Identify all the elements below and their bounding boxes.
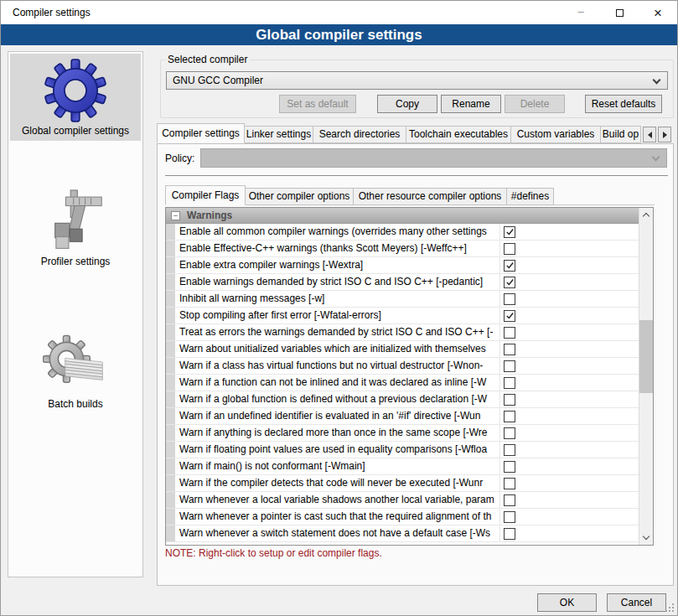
category-gutter — [166, 509, 175, 525]
titlebar[interactable]: Compiler settings – × — [1, 1, 677, 24]
sidebar-item-global-compiler-settings[interactable]: Global compiler settings — [10, 54, 141, 141]
tab-custom-variables[interactable]: Custom variables — [511, 126, 601, 143]
category-gutter — [166, 241, 175, 256]
flag-text: Warn whenever a pointer is cast such tha… — [175, 509, 500, 525]
category-gutter — [166, 458, 175, 474]
flag-row[interactable]: Enable Effective-C++ warnings (thanks Sc… — [166, 241, 639, 257]
subtab-strip: Compiler FlagsOther compiler optionsOthe… — [165, 185, 554, 205]
flag-row[interactable]: Warn about unitialized variables which a… — [166, 341, 639, 358]
flag-check-cell — [500, 391, 639, 407]
flag-checkbox[interactable] — [504, 444, 515, 456]
flag-checkbox[interactable] — [504, 277, 515, 288]
flag-checkbox[interactable] — [504, 461, 515, 473]
flag-checkbox[interactable] — [504, 260, 515, 272]
flag-check-cell — [500, 509, 639, 525]
close-button[interactable]: × — [639, 1, 677, 24]
triangle-right-icon — [663, 132, 667, 138]
flag-checkbox[interactable] — [504, 494, 515, 506]
flag-row[interactable]: Warn if an undefined identifier is evalu… — [166, 408, 639, 425]
flag-row[interactable]: Warn whenever a switch statement does no… — [166, 525, 639, 542]
tab-linker-settings[interactable]: Linker settings — [245, 126, 313, 143]
ok-button[interactable]: OK — [537, 593, 597, 612]
policy-label: Policy: — [165, 153, 194, 164]
scroll-up-button[interactable] — [639, 208, 653, 222]
flag-check-cell — [500, 291, 639, 307]
cancel-button[interactable]: Cancel — [607, 593, 666, 612]
subtab-other-resource-compiler-options[interactable]: Other resource compiler options — [354, 188, 507, 205]
flag-text: Inhibit all warning messages [-w] — [175, 291, 500, 307]
flag-row[interactable]: Warn if main() is not conformant [-Wmain… — [166, 458, 639, 475]
flag-row[interactable]: Warn whenever a local variable shadows a… — [166, 492, 639, 509]
flag-checkbox[interactable] — [504, 243, 515, 255]
flag-text: Stop compiling after first error [-Wfata… — [175, 308, 500, 324]
tab-build-op[interactable]: Build op — [601, 126, 641, 143]
flag-checkbox[interactable] — [504, 394, 515, 406]
resize-grip[interactable] — [665, 603, 674, 612]
minimize-button[interactable]: – — [562, 1, 600, 24]
flag-row[interactable]: Stop compiling after first error [-Wfata… — [166, 308, 639, 324]
flag-check-cell — [500, 341, 639, 357]
delete-button[interactable]: Delete — [505, 95, 565, 113]
flag-row[interactable]: Warn if a function can not be inlined an… — [166, 375, 639, 391]
flag-checkbox[interactable] — [504, 226, 515, 238]
flag-row[interactable]: Treat as errors the warnings demanded by… — [166, 324, 639, 341]
flag-text: Warn if a global function is defined wit… — [175, 391, 500, 407]
subtab-compiler-flags[interactable]: Compiler Flags — [165, 185, 246, 205]
flag-checkbox[interactable] — [504, 377, 515, 389]
flag-check-cell — [500, 257, 639, 273]
reset-defaults-button[interactable]: Reset defaults — [585, 95, 662, 113]
category-gutter — [166, 341, 175, 357]
subtab-defines[interactable]: #defines — [507, 188, 554, 205]
compiler-select[interactable]: GNU GCC Compiler — [166, 71, 668, 90]
maximize-button[interactable] — [600, 1, 639, 24]
compiler-settings-window: Compiler settings – × Global compiler se… — [0, 0, 678, 616]
flag-checkbox[interactable] — [504, 327, 515, 339]
tab-scroll-left-button[interactable] — [643, 127, 656, 142]
flag-row[interactable]: Warn if anything is declared more than o… — [166, 425, 639, 442]
flag-checkbox[interactable] — [504, 293, 515, 305]
subtab-other-compiler-options[interactable]: Other compiler options — [246, 188, 354, 205]
chevron-down-icon — [653, 76, 661, 85]
chevron-up-icon — [643, 213, 650, 220]
flag-checkbox[interactable] — [504, 411, 515, 422]
category-row-warnings[interactable]: − Warnings — [166, 208, 639, 224]
flag-row[interactable]: Warn if a global function is defined wit… — [166, 391, 639, 408]
flag-row[interactable]: Inhibit all warning messages [-w] — [166, 291, 639, 308]
flag-check-cell — [500, 492, 639, 508]
flag-text: Warn if a function can not be inlined an… — [175, 375, 500, 391]
tab-scroll-right-button[interactable] — [658, 127, 671, 142]
flag-row[interactable]: Enable all common compiler warnings (ove… — [166, 224, 639, 241]
policy-select[interactable] — [200, 148, 667, 168]
category-gutter — [166, 525, 175, 541]
flag-text: Enable all common compiler warnings (ove… — [175, 224, 500, 240]
sidebar-item-batch-builds[interactable]: Batch builds — [10, 327, 141, 421]
tab-toolchain-executables[interactable]: Toolchain executables — [406, 126, 511, 143]
rename-button[interactable]: Rename — [441, 95, 501, 113]
flag-row[interactable]: Warn whenever a pointer is cast such tha… — [166, 509, 639, 525]
list-scrollbar[interactable] — [639, 208, 653, 545]
category-gutter — [166, 274, 175, 290]
flag-checkbox[interactable] — [504, 427, 515, 439]
flag-checkbox[interactable] — [504, 478, 515, 489]
scroll-down-button[interactable] — [639, 531, 653, 545]
collapse-toggle[interactable]: − — [171, 211, 180, 220]
flag-checkbox[interactable] — [504, 344, 515, 355]
flag-check-cell — [500, 224, 639, 240]
flag-checkbox[interactable] — [504, 528, 515, 540]
category-gutter — [166, 358, 175, 374]
flag-row[interactable]: Warn if the compiler detects that code w… — [166, 475, 639, 492]
copy-button[interactable]: Copy — [377, 95, 437, 113]
flag-row[interactable]: Enable warnings demanded by strict ISO C… — [166, 274, 639, 291]
sidebar-item-profiler-settings[interactable]: Profiler settings — [10, 184, 141, 278]
tab-search-directories[interactable]: Search directories — [313, 126, 406, 143]
flag-checkbox[interactable] — [504, 360, 515, 372]
flag-checkbox[interactable] — [504, 310, 515, 322]
flag-row[interactable]: Warn if a class has virtual functions bu… — [166, 358, 639, 375]
set-as-default-button[interactable]: Set as default — [279, 95, 356, 113]
category-gutter — [166, 425, 175, 441]
flag-checkbox[interactable] — [504, 511, 515, 523]
flag-row[interactable]: Enable extra compiler warnings [-Wextra] — [166, 257, 639, 274]
tab-compiler-settings[interactable]: Compiler settings — [157, 123, 245, 143]
scrollbar-thumb[interactable] — [639, 320, 653, 393]
flag-row[interactable]: Warn if floating point values are used i… — [166, 442, 639, 458]
